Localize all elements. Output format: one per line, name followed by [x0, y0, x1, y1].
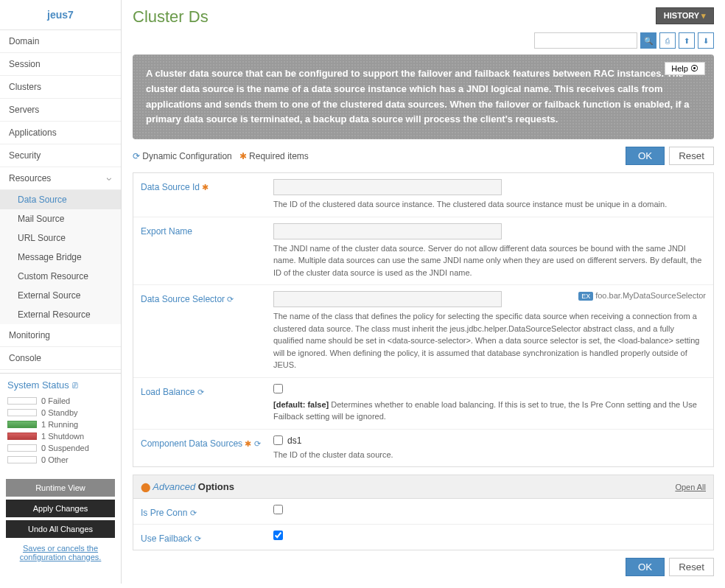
datasource-id-input[interactable]: [273, 179, 502, 195]
reset-button-bottom[interactable]: Reset: [669, 558, 714, 576]
help-button[interactable]: Help ⦿: [665, 62, 705, 75]
preconn-checkbox[interactable]: [273, 505, 283, 514]
required-icon: ✱: [239, 151, 247, 161]
undo-changes-button[interactable]: Undo All Changes: [6, 520, 115, 538]
runtime-view-button[interactable]: Runtime View: [6, 479, 115, 497]
status-failed: 0 Failed: [7, 395, 113, 407]
dynamic-config-icon: ⟳: [254, 439, 261, 448]
desc-datasource-id: The ID of the clustered data source inst…: [273, 198, 706, 211]
required-icon: ✱: [202, 183, 209, 192]
loadbalance-checkbox[interactable]: [273, 384, 283, 393]
nav-servers[interactable]: Servers: [0, 99, 121, 122]
reset-button-top[interactable]: Reset: [669, 147, 714, 165]
nav-resources[interactable]: Resources: [0, 167, 121, 190]
save-cancel-link[interactable]: Saves or cancels the configuration chang…: [6, 541, 115, 564]
info-text: A cluster data source that can be config…: [146, 66, 701, 127]
nav-monitoring[interactable]: Monitoring: [0, 324, 121, 347]
advanced-icon: ⬤: [141, 482, 150, 492]
status-shutdown: 1 Shutdown: [7, 430, 113, 442]
subnav-datasource[interactable]: Data Source: [0, 190, 121, 209]
nav-security[interactable]: Security: [0, 144, 121, 167]
status-title: System Status ⎚: [7, 379, 113, 391]
desc-export-name: The JNDI name of the cluster data source…: [273, 242, 706, 279]
status-running: 1 Running: [7, 419, 113, 430]
selector-input[interactable]: [273, 291, 502, 307]
subnav-messagebridge[interactable]: Message Bridge: [0, 248, 121, 267]
label-loadbalance: Load Balance ⟳: [141, 384, 273, 423]
nav-domain[interactable]: Domain: [0, 30, 121, 53]
ok-button-bottom[interactable]: OK: [626, 558, 665, 576]
search-input[interactable]: [534, 32, 637, 49]
page-title: Cluster Ds: [133, 7, 209, 27]
label-preconn: Is Pre Conn ⟳: [141, 505, 273, 518]
ok-button-top[interactable]: OK: [626, 147, 665, 165]
subnav-customresource[interactable]: Custom Resource: [0, 267, 121, 286]
legend: ⟳ Dynamic Configuration ✱ Required items: [133, 151, 309, 161]
nav-session[interactable]: Session: [0, 53, 121, 76]
status-icon: ⎚: [72, 379, 78, 391]
failback-checkbox[interactable]: [273, 531, 283, 540]
logo[interactable]: jeus7: [0, 0, 121, 30]
example-selector: EXfoo.bar.MyDataSourceSelector: [578, 291, 706, 300]
desc-selector: The name of the class that defines the p…: [273, 310, 706, 371]
subnav-externalsource[interactable]: External Source: [0, 286, 121, 305]
dynamic-config-icon: ⟳: [190, 508, 197, 517]
label-component-ds: Component Data Sources ✱ ⟳: [141, 435, 273, 461]
print-icon[interactable]: ⎙: [659, 32, 676, 49]
import-xml-icon[interactable]: ⬇: [698, 32, 714, 49]
status-other: 0 Other: [7, 454, 113, 466]
nav-applications[interactable]: Applications: [0, 122, 121, 144]
status-suspended: 0 Suspended: [7, 442, 113, 454]
export-xml-icon[interactable]: ⬆: [679, 32, 695, 49]
status-standby: 0 Standby: [7, 407, 113, 419]
component-ds-checkbox[interactable]: [273, 435, 283, 445]
dynamic-config-icon: ⟳: [197, 388, 204, 396]
label-datasource-id: Data Source Id ✱: [141, 179, 273, 211]
dynamic-config-icon: ⟳: [133, 151, 140, 161]
open-all-link[interactable]: Open All: [675, 483, 706, 491]
label-selector: Data Source Selector ⟳: [141, 291, 273, 371]
advanced-title: ⬤ Advanced Options: [141, 481, 234, 492]
subnav-mailsource[interactable]: Mail Source: [0, 209, 121, 228]
info-box: A cluster data source that can be config…: [133, 55, 714, 139]
dynamic-config-icon: ⟳: [227, 295, 234, 304]
desc-component-ds: The ID of the cluster data source.: [273, 449, 706, 461]
apply-changes-button[interactable]: Apply Changes: [6, 500, 115, 517]
component-ds-option: ds1: [287, 435, 301, 446]
desc-loadbalance: [default: false] Determines whether to e…: [273, 399, 706, 423]
label-failback: Use Failback ⟳: [141, 531, 273, 544]
dynamic-config-icon: ⟳: [195, 534, 201, 543]
nav-console[interactable]: Console: [0, 347, 121, 370]
history-button[interactable]: HISTORY: [656, 7, 714, 24]
label-export-name: Export Name: [141, 223, 273, 279]
subnav-externalresource[interactable]: External Resource: [0, 305, 121, 324]
required-icon: ✱: [245, 439, 251, 448]
subnav-urlsource[interactable]: URL Source: [0, 228, 121, 248]
nav-clusters[interactable]: Clusters: [0, 76, 121, 99]
search-icon[interactable]: 🔍: [640, 32, 656, 49]
export-name-input[interactable]: [273, 223, 502, 239]
